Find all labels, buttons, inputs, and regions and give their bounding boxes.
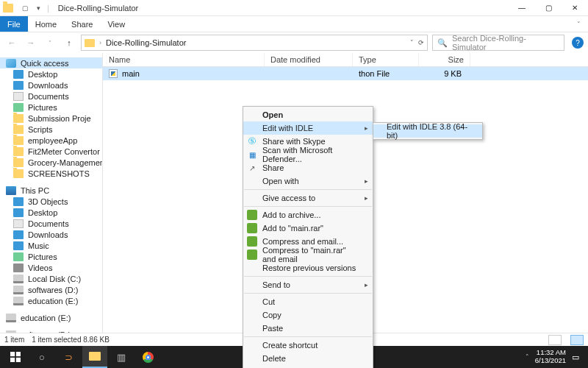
sidebar-item-3d-objects[interactable]: 3D Objects <box>0 196 102 207</box>
tray-notifications-icon[interactable]: ▭ <box>572 353 579 362</box>
ctx-edit-idle-38[interactable]: Edit with IDLE 3.8 (64-bit) <box>373 124 482 138</box>
minimize-button[interactable]: — <box>509 0 535 16</box>
sidebar-item-label: Fit2Meter Convertor <box>28 147 100 156</box>
ctx-restore-versions[interactable]: Restore previous versions <box>243 261 373 275</box>
ctx-add-archive[interactable]: Add to archive... <box>243 208 373 222</box>
ribbon-expand-icon[interactable]: ˅ <box>570 16 588 32</box>
ctx-add-rar[interactable]: Add to "main.rar" <box>243 222 373 235</box>
tab-home[interactable]: Home <box>28 16 64 32</box>
nav-recent-dropdown[interactable]: ˅ <box>43 35 57 50</box>
sidebar-item-drive-d[interactable]: softwares (D:) <box>0 329 102 333</box>
sidebar-item-label: softwares (D:) <box>21 330 71 333</box>
sidebar-item-folder[interactable]: employeeApp <box>0 135 102 146</box>
maximize-button[interactable]: ▢ <box>535 0 562 16</box>
tab-view[interactable]: View <box>100 16 132 32</box>
help-button[interactable]: ? <box>572 37 584 49</box>
tab-share[interactable]: Share <box>64 16 100 32</box>
ctx-create-shortcut[interactable]: Create shortcut <box>243 339 373 352</box>
pictures-icon <box>13 103 24 112</box>
breadcrumb[interactable]: Dice-Rolling-Simulator <box>106 38 186 47</box>
sidebar-item-music[interactable]: Music <box>0 240 102 251</box>
tray-overflow-icon[interactable]: ˄ <box>526 353 529 361</box>
desktop-icon <box>13 70 24 79</box>
sidebar-item-downloads[interactable]: Downloads <box>0 229 102 240</box>
sidebar-item-videos[interactable]: Videos <box>0 262 102 273</box>
start-button[interactable] <box>3 346 28 368</box>
explorer-icon <box>89 352 101 361</box>
ctx-item-label: Share with Skype <box>262 137 326 146</box>
ctx-delete[interactable]: Delete <box>243 352 373 365</box>
sidebar-item-folder[interactable]: Fit2Meter Convertor <box>0 146 102 157</box>
sidebar-item-drive-d[interactable]: softwares (D:) <box>0 284 102 295</box>
sidebar-item-folder[interactable]: Submission Proje <box>0 113 102 124</box>
sidebar-item-drive-e[interactable]: education (E:) <box>0 295 102 306</box>
column-date[interactable]: Date modified <box>265 53 353 66</box>
ctx-open[interactable]: Open <box>243 108 373 121</box>
nav-up-button[interactable]: ↑ <box>62 35 76 50</box>
sidebar-item-downloads[interactable]: Downloads <box>0 79 102 91</box>
sidebar-item-drive-e[interactable]: education (E:) <box>0 312 102 323</box>
ctx-open-with[interactable]: Open with▸ <box>243 174 373 188</box>
search-input[interactable]: 🔍 Search Dice-Rolling-Simulator <box>432 35 564 51</box>
sidebar-item-folder[interactable]: SCREENSHOTS <box>0 168 102 179</box>
qat-dropdown-icon[interactable]: ▾ <box>32 2 44 14</box>
file-row[interactable]: main thon File 9 KB <box>103 67 588 80</box>
nav-back-button[interactable]: ← <box>4 35 19 50</box>
nav-forward-button[interactable]: → <box>24 35 38 50</box>
winrar-icon <box>247 223 257 233</box>
svg-rect-0 <box>10 352 15 356</box>
sidebar-item-pictures[interactable]: Pictures <box>0 251 102 262</box>
ctx-copy[interactable]: Copy <box>243 308 373 322</box>
ctx-paste[interactable]: Paste <box>243 322 373 335</box>
column-size[interactable]: Size <box>419 53 470 66</box>
address-refresh-icon[interactable]: ⟳ <box>418 39 424 46</box>
sidebar-item-label: Pictures <box>28 252 57 261</box>
sidebar-item-label: Grocery-Management <box>28 158 103 167</box>
view-large-icons-button[interactable] <box>570 335 584 345</box>
sidebar-item-documents[interactable]: Documents <box>0 218 102 229</box>
sidebar-item-folder[interactable]: Grocery-Management <box>0 157 102 168</box>
sidebar-item-desktop[interactable]: Desktop <box>0 68 102 79</box>
taskbar-app[interactable]: ▥ <box>109 346 134 368</box>
downloads-icon <box>13 81 24 90</box>
ctx-scan-defender[interactable]: ▦Scan with Microsoft Defender... <box>243 148 373 161</box>
address-dropdown-icon[interactable]: ˅ <box>410 39 414 46</box>
status-item-count: 1 item <box>4 336 24 344</box>
ctx-give-access[interactable]: Give access to▸ <box>243 191 373 205</box>
sidebar-item-drive-c[interactable]: Local Disk (C:) <box>0 273 102 284</box>
taskbar-chrome[interactable] <box>135 346 160 368</box>
tab-file[interactable]: File <box>0 16 28 32</box>
ctx-item-label: Send to <box>262 280 290 289</box>
context-submenu: Edit with IDLE 3.8 (64-bit) <box>373 122 483 140</box>
tray-clock[interactable]: 11:32 AM 6/13/2021 <box>535 349 566 365</box>
column-name[interactable]: Name <box>103 53 265 66</box>
view-details-button[interactable] <box>548 335 562 345</box>
ctx-item-label: Compress and email... <box>262 237 343 246</box>
file-list-pane: Name Date modified Type Size main thon F… <box>103 53 588 333</box>
close-button[interactable]: ✕ <box>562 0 588 16</box>
address-bar[interactable]: › Dice-Rolling-Simulator ˅⟳ <box>81 35 428 51</box>
sidebar-item-documents[interactable]: Documents <box>0 91 102 102</box>
ctx-compress-rar-email[interactable]: Compress to "main.rar" and email <box>243 248 373 261</box>
taskbar-search-button[interactable]: ○ <box>29 346 54 368</box>
sidebar-item-folder[interactable]: Scripts <box>0 124 102 135</box>
taskbar-explorer[interactable] <box>82 346 107 368</box>
ctx-cut[interactable]: Cut <box>243 295 373 308</box>
system-tray[interactable]: ˄ 11:32 AM 6/13/2021 ▭ <box>526 349 585 365</box>
ctx-rename[interactable]: Rename <box>243 365 373 368</box>
taskbar-app[interactable]: ⊃ <box>56 346 81 368</box>
drive-icon <box>6 330 16 333</box>
sidebar-item-desktop[interactable]: Desktop <box>0 207 102 218</box>
ctx-share[interactable]: ↗Share <box>243 161 373 174</box>
sidebar-item-pictures[interactable]: Pictures <box>0 102 102 113</box>
sidebar-this-pc[interactable]: This PC <box>0 185 102 196</box>
ctx-edit-idle[interactable]: Edit with IDLE▸ <box>243 121 373 135</box>
title-bar: ▢ ▾ | Dice-Rolling-Simulator — ▢ ✕ <box>0 0 588 16</box>
chevron-right-icon[interactable]: › <box>99 39 101 46</box>
column-type[interactable]: Type <box>353 53 419 66</box>
quick-access-icon <box>6 59 16 68</box>
qat-item[interactable]: ▢ <box>19 2 31 14</box>
sidebar-quick-access[interactable]: Quick access <box>0 57 102 68</box>
ctx-send-to[interactable]: Send to▸ <box>243 278 373 291</box>
navigation-pane: Quick access Desktop Downloads Documents… <box>0 53 103 333</box>
